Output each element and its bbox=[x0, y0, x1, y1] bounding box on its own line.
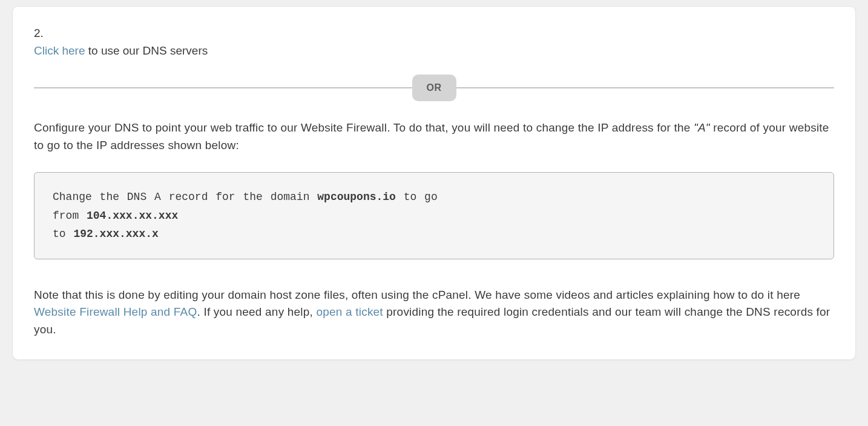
click-here-link[interactable]: Click here bbox=[34, 44, 85, 57]
configure-paragraph: Configure your DNS to point your web tra… bbox=[34, 119, 834, 154]
code-line-1: Change the DNS A record for the domain w… bbox=[53, 188, 815, 207]
code-line-2: from 104.xxx.xx.xxx bbox=[53, 207, 815, 225]
note-text-2: . If you need any help, bbox=[197, 305, 316, 318]
dns-option-line: Click here to use our DNS servers bbox=[34, 42, 834, 60]
instruction-card: 2. Click here to use our DNS servers OR … bbox=[12, 6, 856, 360]
or-badge: OR bbox=[412, 75, 456, 101]
open-ticket-link[interactable]: open a ticket bbox=[317, 305, 383, 318]
divider-line-left bbox=[34, 87, 412, 88]
note-text-1: Note that this is done by editing your d… bbox=[34, 288, 800, 301]
code-line-3: to 192.xxx.xxx.x bbox=[53, 225, 815, 244]
code-domain: wpcoupons.io bbox=[317, 191, 396, 203]
code-to-ip: 192.xxx.xxx.x bbox=[73, 228, 158, 240]
note-paragraph: Note that this is done by editing your d… bbox=[34, 287, 834, 339]
step-number: 2. bbox=[34, 25, 834, 42]
firewall-help-link[interactable]: Website Firewall Help and FAQ bbox=[34, 305, 197, 318]
a-record-italic: "A" bbox=[694, 121, 710, 134]
dns-code-box: Change the DNS A record for the domain w… bbox=[34, 172, 834, 259]
configure-text-before: Configure your DNS to point your web tra… bbox=[34, 121, 694, 134]
dns-servers-text: to use our DNS servers bbox=[85, 44, 208, 57]
divider-line-right bbox=[456, 87, 835, 88]
code-from-ip: 104.xxx.xx.xxx bbox=[87, 210, 178, 222]
or-divider: OR bbox=[34, 75, 834, 101]
